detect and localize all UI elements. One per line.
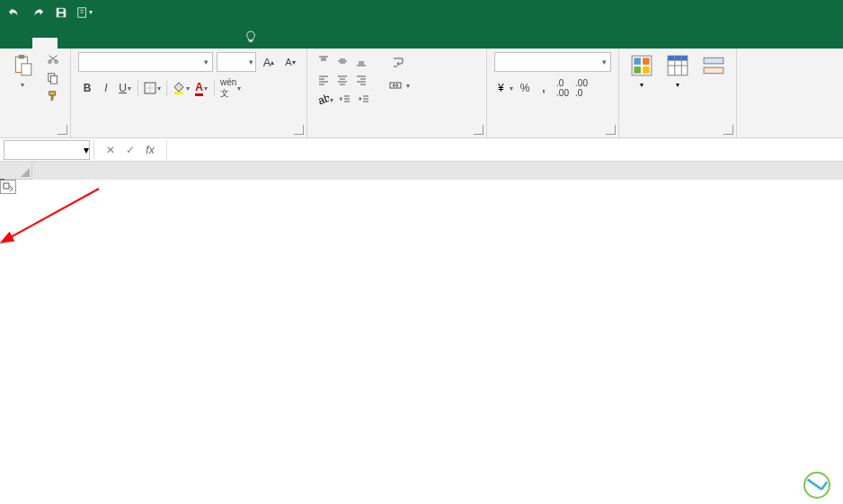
insert-function-button[interactable]: fx — [141, 144, 159, 156]
increase-font-button[interactable]: A▴ — [260, 53, 278, 71]
underline-button[interactable]: U — [116, 79, 134, 97]
font-label — [78, 134, 299, 136]
increase-decimal-button[interactable]: .0.00 — [554, 79, 572, 97]
decrease-indent-button[interactable] — [336, 91, 354, 109]
comma-button[interactable]: , — [535, 79, 553, 97]
align-top-icon — [317, 55, 330, 67]
align-right-button[interactable] — [352, 71, 370, 89]
tab-formulas[interactable] — [108, 38, 133, 49]
tab-view[interactable] — [183, 38, 209, 49]
cancel-formula-button[interactable]: ✕ — [102, 144, 120, 156]
svg-text:¥: ¥ — [497, 82, 504, 94]
bucket-icon — [173, 82, 185, 94]
qat-more-button[interactable]: ▾ — [74, 3, 95, 22]
border-button[interactable] — [142, 79, 163, 97]
tab-file[interactable] — [7, 38, 32, 49]
svg-rect-13 — [643, 57, 650, 65]
tab-layout[interactable] — [83, 38, 108, 49]
tab-insert[interactable] — [58, 38, 83, 49]
quick-access-toolbar: ▾ — [4, 3, 95, 22]
copy-button[interactable] — [43, 70, 63, 86]
borders-icon — [144, 82, 156, 94]
alignment-label — [315, 134, 479, 136]
undo-button[interactable] — [4, 3, 25, 22]
name-box[interactable]: ▾ — [4, 140, 90, 160]
align-top-button[interactable] — [315, 52, 333, 70]
font-name-combo[interactable]: ▾ — [78, 52, 213, 72]
number-format-combo[interactable]: ▾ — [494, 52, 611, 72]
bold-button[interactable]: B — [78, 79, 96, 97]
name-box-input[interactable] — [4, 144, 84, 156]
ribbon-group-clipboard: ▾ — [0, 49, 71, 137]
italic-button[interactable]: I — [97, 79, 115, 97]
tab-home[interactable] — [32, 38, 58, 49]
font-size-input[interactable] — [217, 56, 246, 68]
svg-rect-15 — [643, 66, 650, 74]
autofill-options-button[interactable] — [0, 180, 16, 194]
cell-styles-button[interactable] — [698, 52, 729, 81]
select-all-button[interactable] — [0, 162, 32, 180]
lightbulb-icon — [244, 31, 257, 43]
decrease-decimal-button[interactable]: .00.0 — [572, 79, 590, 97]
svg-text:ab: ab — [316, 93, 329, 106]
cut-button[interactable] — [43, 52, 63, 68]
font-color-button[interactable]: A — [192, 79, 210, 97]
styles-label — [626, 134, 729, 136]
save-button[interactable] — [50, 3, 72, 22]
svg-rect-3 — [22, 64, 31, 75]
redo-button[interactable] — [27, 3, 49, 22]
copy-icon — [47, 72, 59, 84]
chevron-down-icon: ▾ — [246, 57, 255, 66]
chevron-down-icon: ▾ — [84, 144, 89, 156]
title-bar: ▾ — [0, 0, 843, 24]
ribbon-tabs — [0, 24, 843, 49]
increase-indent-button[interactable] — [355, 91, 373, 109]
conditional-format-button[interactable]: ▾ — [626, 52, 657, 91]
cell-styles-icon — [702, 54, 725, 77]
format-table-button[interactable]: ▾ — [662, 52, 693, 91]
ribbon-group-number: ▾ ¥ % , .0.00 .00.0 — [487, 49, 619, 137]
svg-line-21 — [9, 189, 99, 238]
column-headers — [0, 162, 843, 180]
clipboard-label — [7, 134, 63, 136]
svg-rect-17 — [668, 56, 688, 60]
paste-button[interactable]: ▾ — [7, 52, 38, 91]
svg-rect-14 — [634, 66, 641, 74]
merge-center-button[interactable] — [384, 75, 415, 95]
orientation-button[interactable]: ab — [315, 91, 335, 109]
format-painter-button[interactable] — [43, 88, 63, 104]
wrap-text-button[interactable] — [384, 52, 415, 72]
ribbon-group-font: ▾ ▾ A▴ A▾ B I U A wén文 — [71, 49, 307, 137]
accept-formula-button[interactable]: ✓ — [121, 144, 139, 156]
tab-review[interactable] — [158, 38, 183, 49]
phonetic-button[interactable]: wén文 — [218, 79, 243, 97]
ribbon: ▾ ▾ ▾ A▴ A▾ B I U — [0, 49, 843, 138]
font-size-combo[interactable]: ▾ — [217, 52, 256, 72]
watermark-logo-icon — [803, 472, 830, 499]
decrease-font-button[interactable]: A▾ — [281, 53, 299, 71]
watermark — [803, 472, 836, 499]
number-format-input[interactable] — [495, 56, 599, 68]
fill-color-button[interactable] — [171, 79, 191, 97]
svg-rect-12 — [634, 57, 641, 65]
svg-rect-20 — [4, 183, 9, 189]
svg-rect-19 — [704, 67, 723, 74]
orientation-icon: ab — [316, 93, 329, 106]
autofill-icon — [3, 182, 13, 191]
formula-input[interactable] — [167, 144, 843, 156]
align-left-button[interactable] — [315, 71, 333, 89]
tab-help[interactable] — [209, 38, 234, 49]
tell-me-search[interactable] — [234, 25, 273, 49]
cond-format-icon — [630, 54, 653, 77]
scissors-icon — [47, 54, 59, 66]
accounting-format-button[interactable]: ¥ — [494, 79, 515, 97]
tab-data[interactable] — [133, 38, 158, 49]
spreadsheet-grid[interactable] — [0, 162, 843, 504]
annotation-arrow — [0, 180, 108, 252]
number-label — [494, 134, 611, 136]
align-center-button[interactable] — [333, 71, 351, 89]
align-bottom-button[interactable] — [352, 52, 370, 70]
font-name-input[interactable] — [79, 56, 200, 68]
percent-button[interactable]: % — [516, 79, 534, 97]
align-middle-button[interactable] — [333, 52, 351, 70]
